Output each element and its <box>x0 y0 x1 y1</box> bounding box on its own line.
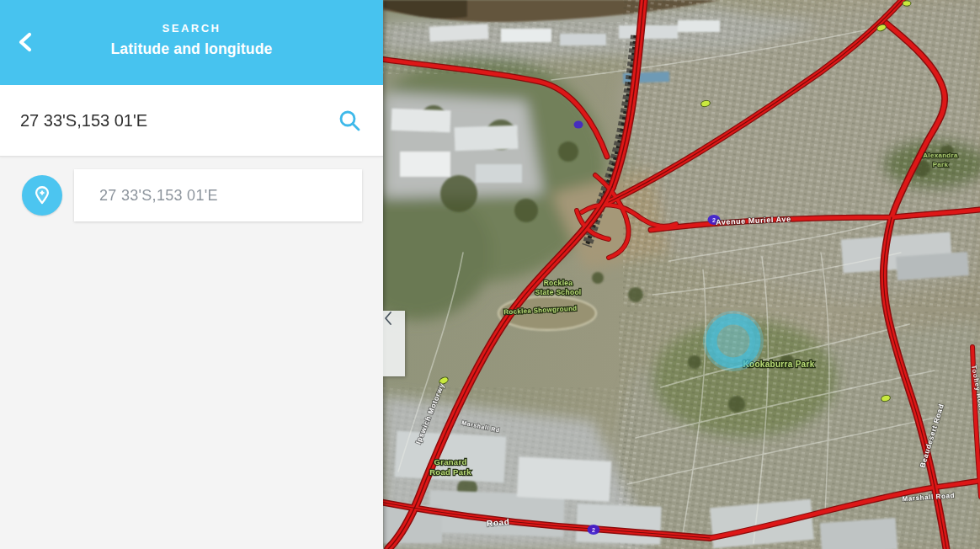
park-label: Road Park <box>429 467 471 477</box>
search-input[interactable] <box>20 85 323 156</box>
school-label: State School <box>535 288 581 296</box>
sidebar-header: SEARCH Latitude and longitude <box>0 0 383 85</box>
sidebar-collapse-button[interactable] <box>383 311 405 376</box>
location-pin-badge <box>22 175 62 216</box>
panel-title: SEARCH <box>0 0 383 35</box>
search-icon <box>338 109 361 132</box>
add-place-pin-icon <box>31 184 53 206</box>
search-result-marker[interactable] <box>703 311 764 371</box>
search-result-item[interactable]: 27 33'S,153 01'E <box>0 169 383 221</box>
search-sidebar: SEARCH Latitude and longitude <box>0 0 383 549</box>
back-button[interactable] <box>13 29 40 56</box>
park-label: Alexandra <box>923 152 958 159</box>
chevron-left-icon <box>383 311 393 326</box>
school-label: Rocklea <box>544 279 573 287</box>
search-bar <box>0 85 383 157</box>
park-label: Granard <box>434 457 466 466</box>
result-coordinates-card[interactable]: 27 33'S,153 01'E <box>74 169 362 221</box>
search-button[interactable] <box>338 109 361 136</box>
search-results-list: 27 33'S,153 01'E <box>0 157 383 221</box>
park-label: Park <box>933 161 949 168</box>
route-shield-label: 2 <box>592 527 595 533</box>
result-coordinates-text: 27 33'S,153 01'E <box>99 187 218 205</box>
map-render-layer: 2 2 Kookaburra Park Granard Road Park Ro… <box>383 0 980 549</box>
panel-subtitle: Latitude and longitude <box>0 40 383 58</box>
map-canvas[interactable]: 2 2 Kookaburra Park Granard Road Park Ro… <box>383 0 980 549</box>
map-application-window: SEARCH Latitude and longitude <box>0 0 980 549</box>
chevron-left-icon <box>15 30 39 54</box>
